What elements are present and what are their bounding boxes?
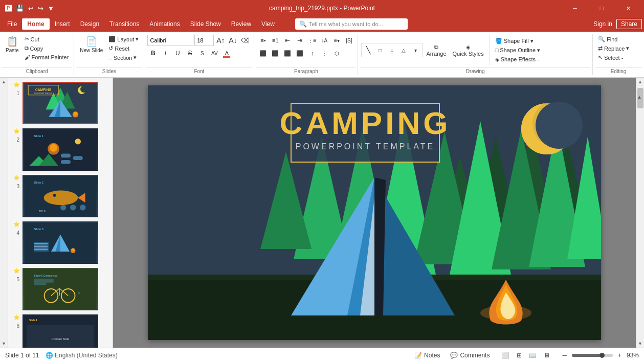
slide-image-2[interactable]: Slide 1 [23, 128, 98, 171]
cut-button[interactable]: ✂ Cut [23, 35, 71, 43]
save-icon[interactable]: 💾 [15, 4, 25, 13]
copy-button[interactable]: ⧉ Copy [23, 44, 71, 53]
zoom-slider[interactable] [572, 354, 613, 357]
char-spacing-button[interactable]: AV [209, 48, 220, 59]
bold-button[interactable]: B [147, 48, 159, 59]
shape-effects-button[interactable]: ◈ Shape Effects - [493, 55, 542, 64]
menu-transitions[interactable]: Transitions [104, 18, 144, 30]
decrease-font-button[interactable]: A↓ [227, 35, 238, 46]
menu-view[interactable]: View [256, 18, 280, 30]
menu-file[interactable]: File [2, 18, 22, 30]
align-left-button[interactable]: ⬛ [257, 48, 269, 59]
shapes-more[interactable]: ▾ [410, 44, 421, 56]
maximize-button[interactable]: □ [590, 0, 613, 16]
increase-indent-button[interactable]: ⇥ [294, 35, 305, 46]
notes-button[interactable]: 📝 Notes [411, 351, 443, 360]
slide-image-6[interactable]: Slide 4 Content Slide [23, 314, 98, 348]
right-scrollbar[interactable]: ▲ ▼ [636, 78, 644, 348]
sign-in-button[interactable]: Sign in [593, 20, 612, 28]
scroll-down-button[interactable]: ▼ [636, 340, 645, 348]
slide-image-1[interactable]: CAMPING POWERPOINT TEMPLATE [23, 82, 98, 124]
paste-button[interactable]: 📋 Paste [3, 35, 21, 55]
search-box[interactable]: 🔍 Tell me what you want to do... [295, 18, 408, 30]
font-color-button[interactable]: A [221, 48, 232, 59]
scroll-up-arrow[interactable]: ▲ [0, 78, 8, 86]
align-text-button[interactable]: ≡▾ [331, 35, 342, 46]
slide-thumb-1[interactable]: ⭐ 1 [12, 82, 108, 124]
shadow-button[interactable]: S [196, 48, 208, 59]
menu-insert[interactable]: Insert [50, 18, 75, 30]
bullet-list-button[interactable]: ≡• [257, 35, 269, 46]
paragraph-expand-button[interactable]: ⬡ [331, 48, 342, 59]
menu-home[interactable]: Home [22, 18, 49, 30]
menu-review[interactable]: Review [226, 18, 256, 30]
font-name-input[interactable] [147, 35, 193, 46]
strikethrough-button[interactable]: S [184, 48, 195, 59]
reset-button[interactable]: ↺ Reset [106, 44, 141, 53]
decrease-indent-button[interactable]: ⇤ [282, 35, 293, 46]
layout-button[interactable]: ⬛ Layout ▾ [106, 35, 141, 43]
slide-thumb-4[interactable]: ⭐ 4 Slide 3 [12, 221, 108, 264]
clipboard-label: Clipboard [2, 67, 72, 75]
svg-point-27 [53, 194, 56, 197]
menu-design[interactable]: Design [75, 18, 104, 30]
columns-button[interactable]: ⋮ [319, 48, 330, 59]
oval-tool[interactable]: ○ [386, 44, 397, 56]
arrange-button[interactable]: ⧉ Arrange [424, 42, 449, 58]
slide-image-3[interactable]: Slide 2 TITLE [23, 175, 98, 217]
line-spacing-button[interactable]: ↕ [306, 48, 318, 59]
line-tool[interactable]: ╲ [363, 44, 374, 56]
numbered-list-button[interactable]: ≡1 [270, 35, 281, 46]
justify-button[interactable]: ⬛ [294, 48, 305, 59]
italic-button[interactable]: I [160, 48, 171, 59]
triangle-tool[interactable]: △ [398, 44, 409, 56]
increase-font-button[interactable]: A↑ [215, 35, 226, 46]
shape-outline-button[interactable]: □ Shape Outline ▾ [493, 46, 542, 55]
comments-button[interactable]: 💬 Comments [447, 351, 493, 360]
underline-button[interactable]: U [172, 48, 183, 59]
align-right-button[interactable]: ⬛ [282, 48, 293, 59]
slide-image-5[interactable]: Slide 6: Comparison vs [23, 268, 98, 310]
text-direction-button[interactable]: ↕A [319, 35, 330, 46]
smartart-button[interactable]: [S] [343, 35, 354, 46]
view-normal-button[interactable]: ⬜ [499, 351, 513, 360]
replace-button[interactable]: ⇄ Replace ▾ [596, 44, 631, 53]
slide-thumb-2[interactable]: ⭐ 2 Slide 1 [12, 128, 108, 171]
main-canvas-area[interactable]: CAMPING POWERPOINT TEMPLATE [113, 78, 636, 348]
zoom-thumb[interactable] [599, 353, 605, 358]
minimize-button[interactable]: ─ [563, 0, 587, 16]
col-button[interactable]: ⋮≡ [306, 35, 318, 46]
slide-num-1: 1 [12, 88, 19, 96]
clear-format-button[interactable]: ⌫ [239, 35, 251, 46]
view-presenter-button[interactable]: 🖥 [541, 351, 553, 360]
slide-thumb-6[interactable]: ⭐ 6 Slide 4 Content Slide [12, 314, 108, 348]
current-slide[interactable]: CAMPING POWERPOINT TEMPLATE [148, 85, 601, 340]
collapse-ribbon-button[interactable]: ▲ [637, 94, 642, 100]
undo-icon[interactable]: ↩ [27, 4, 35, 13]
slide-thumb-3[interactable]: ⭐ 3 Slide 2 TITLE [12, 175, 108, 217]
new-slide-button[interactable]: 📄 New Slide [77, 35, 105, 55]
section-button[interactable]: ≡ Section ▾ [106, 53, 141, 62]
scroll-up-button[interactable]: ▲ [636, 78, 645, 86]
shape-fill-button[interactable]: 🪣 Shape Fill ▾ [493, 37, 542, 46]
close-button[interactable]: ✕ [616, 0, 640, 16]
slide-thumb-5[interactable]: ⭐ 5 Slide 6: Comparison vs [12, 268, 108, 310]
menu-animations[interactable]: Animations [144, 18, 185, 30]
slide-image-4[interactable]: Slide 3 [23, 221, 98, 264]
quick-styles-button[interactable]: ◈ Quick Styles [450, 42, 486, 58]
view-reading-button[interactable]: 📖 [526, 351, 540, 360]
zoom-out-button[interactable]: ─ [559, 351, 570, 360]
zoom-in-button[interactable]: + [615, 351, 625, 360]
scroll-down-arrow[interactable]: ▼ [0, 340, 8, 348]
view-slide-sorter-button[interactable]: ⊞ [514, 351, 525, 360]
align-center-button[interactable]: ⬛ [270, 48, 281, 59]
font-size-input[interactable] [194, 35, 214, 46]
share-button[interactable]: Share [616, 19, 642, 29]
customize-icon[interactable]: ▼ [47, 4, 55, 13]
shape-tool[interactable]: □ [374, 44, 386, 56]
menu-slideshow[interactable]: Slide Show [185, 18, 226, 30]
redo-icon[interactable]: ↪ [37, 4, 45, 13]
select-button[interactable]: ↖ Select - [596, 53, 631, 62]
format-painter-button[interactable]: 🖌 Format Painter [23, 53, 71, 61]
find-button[interactable]: 🔍 Find [596, 35, 631, 43]
